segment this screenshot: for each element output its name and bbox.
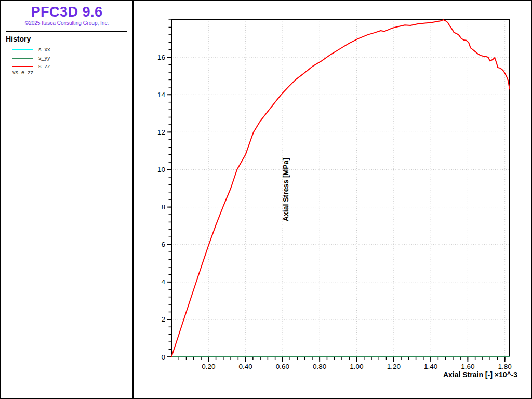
sxx-line-sample-icon xyxy=(12,49,33,50)
y-tick-label: 4 xyxy=(161,278,165,286)
y-tick-label: 16 xyxy=(157,54,165,61)
plot-window: PFC3D 9.6 ©2025 Itasca Consulting Group,… xyxy=(0,0,532,399)
sidebar: PFC3D 9.6 ©2025 Itasca Consulting Group,… xyxy=(1,1,134,398)
app-title: PFC3D 9.6 xyxy=(1,4,132,20)
legend-label-szz: s_zz xyxy=(38,63,50,69)
legend-item-sxx: s_xx xyxy=(1,46,132,54)
x-tick-label: 1.20 xyxy=(387,363,401,370)
history-legend: s_xx s_yy s_zz xyxy=(1,46,132,71)
x-axis-title: Axial Strain [-] ×10^-3 xyxy=(282,370,532,379)
x-tick-label: 1.40 xyxy=(424,363,437,370)
y-tick-label: 8 xyxy=(161,203,165,211)
y-tick-label: 14 xyxy=(157,91,166,99)
x-tick-label: 1.80 xyxy=(498,363,512,370)
plot-border xyxy=(171,19,509,357)
chart-pane: 0.200.400.600.801.001.201.401.601.800246… xyxy=(134,1,531,398)
x-tick-label: 1.60 xyxy=(461,363,474,370)
y-tick-label: 10 xyxy=(157,166,165,174)
history-heading: History xyxy=(6,35,31,43)
x-tick-label: 0.20 xyxy=(202,363,215,370)
legend-vs-label: vs. e_zz xyxy=(12,69,33,75)
y-tick-label: 2 xyxy=(161,315,165,323)
x-tick-label: 0.40 xyxy=(238,363,252,370)
legend-item-syy: s_yy xyxy=(1,54,132,62)
legend-label-syy: s_yy xyxy=(38,55,50,61)
y-tick-label: 12 xyxy=(157,128,165,136)
legend-label-sxx: s_xx xyxy=(38,46,50,52)
x-tick-label: 1.00 xyxy=(350,363,363,370)
syy-line-sample-icon xyxy=(12,58,33,59)
series-s_zz xyxy=(171,20,510,357)
x-tick-label: 0.60 xyxy=(276,363,289,370)
szz-line-sample-icon xyxy=(12,66,33,67)
y-tick-label: 0 xyxy=(161,353,165,361)
chart-canvas[interactable]: 0.200.400.600.801.001.201.401.601.800246… xyxy=(134,1,531,398)
sidebar-divider xyxy=(6,31,127,32)
y-tick-label: 6 xyxy=(161,241,165,248)
y-axis-title-text: Axial Stress [MPa] xyxy=(282,158,290,221)
copyright-text: ©2025 Itasca Consulting Group, Inc. xyxy=(1,20,132,26)
x-tick-label: 0.80 xyxy=(313,363,326,370)
